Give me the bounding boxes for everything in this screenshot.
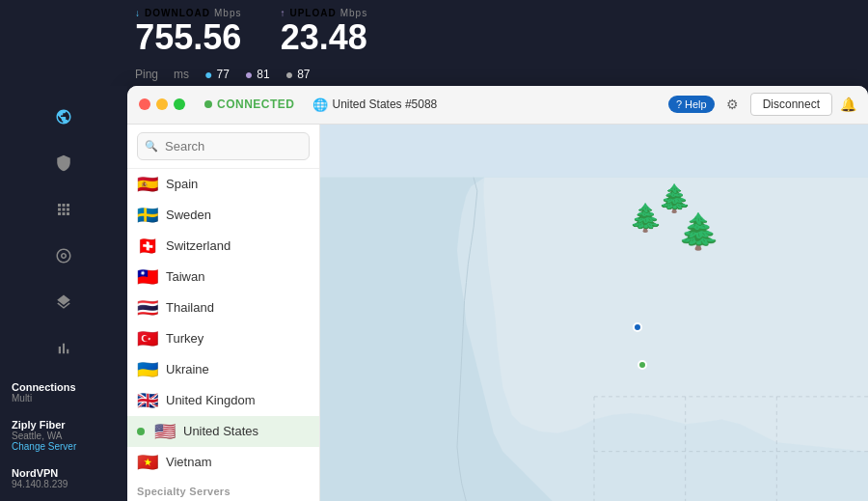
- vpn-label: NordVPN: [12, 467, 116, 479]
- ping-item-3: ● 87: [285, 67, 311, 82]
- sidebar-icon-onion[interactable]: [48, 240, 79, 271]
- status-dot: [204, 100, 212, 108]
- server-flag: 🇹🇼: [137, 268, 158, 286]
- connections-sub: Multi: [12, 393, 116, 404]
- ping-generic-icon: ●: [285, 67, 293, 82]
- connection-status: CONNECTED: [204, 97, 295, 111]
- download-value: 755.56: [135, 18, 241, 57]
- settings-button[interactable]: ⚙: [722, 95, 743, 114]
- ping-dl-icon: ●: [204, 67, 212, 82]
- server-flag: 🇺🇸: [154, 423, 176, 440]
- globe-icon: 🌐: [312, 97, 328, 112]
- sidebar-icon-mesh[interactable]: [48, 194, 79, 225]
- server-item[interactable]: 🇬🇧United Kingdom: [127, 385, 319, 416]
- server-name-text: Taiwan: [166, 269, 204, 284]
- server-name-text: Turkey: [166, 331, 203, 346]
- search-wrapper: [137, 132, 310, 160]
- download-stat: ↓ DOWNLOAD Mbps 755.56: [135, 8, 241, 57]
- help-icon: ?: [676, 98, 682, 110]
- ping-row: Ping ms ● 77 ● 81 ● 87: [0, 63, 868, 86]
- sidebar-icon-layers[interactable]: [48, 287, 79, 318]
- vpn-window: CONNECTED 🌐 United States #5088 ? Help ⚙…: [127, 86, 868, 501]
- server-list: 🇪🇸Spain🇸🇪Sweden🇨🇭Switzerland🇹🇼Taiwan🇹🇭Th…: [127, 169, 319, 501]
- traffic-lights: [139, 98, 185, 110]
- map-svg: [320, 125, 868, 501]
- map-area: 🌲 🌲 🌲 − +: [320, 125, 868, 501]
- server-item[interactable]: 🇪🇸Spain: [127, 169, 319, 200]
- sidebar-item-connections[interactable]: Connections Multi: [0, 376, 127, 409]
- close-button[interactable]: [139, 98, 150, 110]
- disconnect-button[interactable]: Disconnect: [750, 93, 832, 116]
- change-server-link[interactable]: Change Server: [12, 441, 116, 452]
- search-box: [127, 125, 319, 169]
- minimize-button[interactable]: [156, 98, 168, 110]
- ping-value-1: 77: [217, 68, 230, 81]
- server-item[interactable]: 🇸🇪Sweden: [127, 200, 319, 231]
- server-item[interactable]: 🇹🇷Turkey: [127, 323, 319, 354]
- server-flag: 🇹🇷: [137, 330, 158, 348]
- main-content: Connections Multi Ziply Fiber Seattle, W…: [0, 86, 868, 501]
- server-name-text: Sweden: [166, 208, 211, 222]
- server-name-text: Vietnam: [166, 455, 211, 469]
- sidebar-item-nordvpn[interactable]: NordVPN 94.140.8.239: [0, 461, 127, 495]
- ping-unit: ms: [174, 68, 189, 81]
- map-pin-blue: [633, 322, 642, 332]
- left-sidebar: Connections Multi Ziply Fiber Seattle, W…: [0, 86, 127, 501]
- pine-tree-2: 🌲: [658, 182, 692, 214]
- upload-stat: ↑ UPLOAD Mbps 23.48: [280, 8, 367, 57]
- ping-value-3: 87: [297, 68, 310, 81]
- server-flag: 🇬🇧: [137, 392, 158, 409]
- isp-label: Ziply Fiber: [12, 419, 116, 431]
- server-flag: 🇸🇪: [137, 207, 158, 224]
- sidebar-item-isp[interactable]: Ziply Fiber Seattle, WA Change Server: [0, 413, 127, 458]
- server-name-text: Thailand: [166, 300, 214, 315]
- help-label: Help: [685, 98, 707, 110]
- notifications-icon[interactable]: 🔔: [840, 97, 856, 112]
- server-flag: 🇪🇸: [137, 176, 158, 193]
- server-name-text: Ukraine: [166, 362, 209, 376]
- help-button[interactable]: ? Help: [668, 96, 715, 113]
- server-item[interactable]: 🇹🇼Taiwan: [127, 262, 319, 292]
- isp-location: Seattle, WA: [12, 431, 116, 441]
- window-body: 🇪🇸Spain🇸🇪Sweden🇨🇭Switzerland🇹🇼Taiwan🇹🇭Th…: [127, 125, 868, 501]
- server-name-text: Switzerland: [166, 238, 231, 253]
- server-name: United States #5088: [333, 97, 438, 111]
- maximize-button[interactable]: [174, 98, 185, 110]
- server-item[interactable]: 🇺🇸United States: [127, 416, 319, 447]
- server-item[interactable]: 🇨🇭Switzerland: [127, 231, 319, 262]
- sidebar-icon-stats[interactable]: [48, 333, 79, 364]
- server-item[interactable]: 🇺🇦Ukraine: [127, 354, 319, 385]
- server-flag: 🇹🇭: [137, 299, 158, 317]
- title-bar: CONNECTED 🌐 United States #5088 ? Help ⚙…: [127, 86, 868, 125]
- ping-item-1: ● 77: [204, 67, 230, 82]
- sidebar-icon-shield[interactable]: [48, 148, 79, 179]
- upload-value: 23.48: [281, 18, 367, 57]
- server-flag: 🇺🇦: [137, 361, 158, 378]
- sidebar-icon-connections[interactable]: [48, 101, 79, 132]
- server-item[interactable]: 🇹🇭Thailand: [127, 292, 319, 323]
- server-flag: 🇻🇳: [137, 454, 158, 471]
- connected-dot: [137, 428, 145, 435]
- specialty-header: Specialty Servers: [127, 478, 319, 501]
- connections-label: Connections: [12, 381, 116, 393]
- title-bar-actions: ? Help ⚙ Disconnect 🔔: [668, 93, 856, 116]
- ping-ul-icon: ●: [245, 67, 253, 82]
- ping-value-2: 81: [257, 68, 269, 81]
- vpn-ip: 94.140.8.239: [12, 479, 116, 489]
- server-flag: 🇨🇭: [137, 237, 158, 255]
- stats-bar: ↓ DOWNLOAD Mbps 755.56 ↑ UPLOAD Mbps 23.…: [0, 0, 868, 63]
- server-item[interactable]: 🇻🇳Vietnam: [127, 447, 319, 478]
- server-name-text: Spain: [166, 177, 198, 191]
- search-input[interactable]: [137, 132, 310, 160]
- server-panel: 🇪🇸Spain🇸🇪Sweden🇨🇭Switzerland🇹🇼Taiwan🇹🇭Th…: [127, 125, 320, 501]
- ping-item-2: ● 81: [245, 67, 270, 82]
- server-info: 🌐 United States #5088: [312, 97, 438, 112]
- server-name-text: United States: [183, 424, 258, 438]
- status-text: CONNECTED: [217, 97, 295, 111]
- server-name-text: United Kingdom: [166, 393, 256, 407]
- sidebar-icon-row: [0, 94, 127, 372]
- pine-tree-3: 🌲: [677, 211, 720, 252]
- ping-label: Ping: [135, 68, 158, 81]
